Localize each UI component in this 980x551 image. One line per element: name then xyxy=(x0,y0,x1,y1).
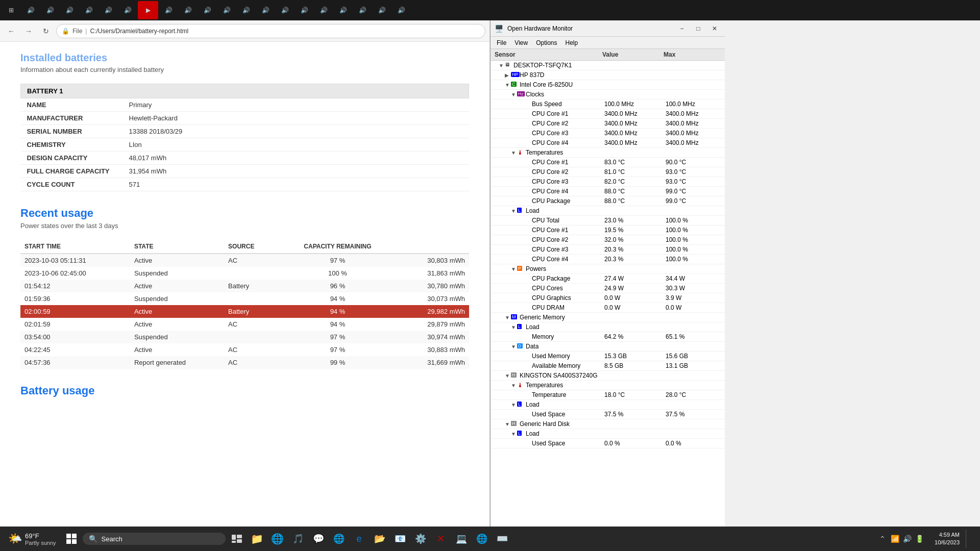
tree-expand-0[interactable]: ▼ xyxy=(499,63,505,68)
top-tb-icon15[interactable]: 🔊 xyxy=(295,1,313,19)
back-button[interactable]: ← xyxy=(4,24,18,38)
show-desktop-button[interactable] xyxy=(966,530,976,548)
ohm-tree-row[interactable]: CPU Core #2 81.0 °C 93.0 °C xyxy=(491,167,725,177)
file-explorer-button[interactable]: 📁 xyxy=(248,530,266,548)
tree-expand-33[interactable]: ▼ xyxy=(511,383,517,388)
ohm-tree-row[interactable]: CPU Core #1 19.5 % 100.0 % xyxy=(491,226,725,235)
browser-content[interactable]: Installed batteries Information about ea… xyxy=(0,42,489,527)
ohm-tree-row[interactable]: ▼ D Data xyxy=(491,342,725,352)
ohm-tree-row[interactable]: ▼ H Generic Hard Disk xyxy=(491,419,725,429)
ohm-tree-row[interactable]: Available Memory 8.5 GB 13.1 GB xyxy=(491,361,725,371)
tree-expand-2[interactable]: ▼ xyxy=(505,82,511,88)
ohm-minimize-button[interactable]: − xyxy=(676,22,688,35)
reload-button[interactable]: ↻ xyxy=(39,24,53,38)
top-tb-icon16[interactable]: 🔊 xyxy=(314,1,333,19)
tray-battery[interactable]: 🔋 xyxy=(914,534,924,544)
tray-volume[interactable]: 🔊 xyxy=(902,534,912,544)
ohm-tree-row[interactable]: CPU Cores 24.9 W 30.3 W xyxy=(491,284,725,293)
top-tb-vol2[interactable]: 🔊 xyxy=(41,1,59,19)
ohm-tree[interactable]: ▼ 🖥 DESKTOP-TSFQ7K1 ▶ HP HP 837D ▼ C Int… xyxy=(491,61,725,527)
taskbar-icon-7[interactable]: 📂 xyxy=(371,530,389,548)
search-bar[interactable]: 🔍 Search xyxy=(83,533,226,545)
ohm-tree-row[interactable]: ▼ 🌡 Temperatures xyxy=(491,148,725,158)
tree-expand-9[interactable]: ▼ xyxy=(511,150,517,156)
top-tb-youtube[interactable]: ▶ xyxy=(138,1,158,19)
taskbar-icon-4[interactable]: 💬 xyxy=(309,530,328,548)
taskbar-icon-3[interactable]: 🎵 xyxy=(289,530,307,548)
ohm-tree-row[interactable]: CPU Core #4 20.3 % 100.0 % xyxy=(491,255,725,264)
ohm-tree-row[interactable]: ▼ L Load xyxy=(491,400,725,410)
top-tb-vol6[interactable]: 🔊 xyxy=(118,1,137,19)
ohm-tree-row[interactable]: Used Space 37.5 % 37.5 % xyxy=(491,410,725,419)
ohm-close-button[interactable]: ✕ xyxy=(708,22,721,35)
ohm-menu-help[interactable]: Help xyxy=(561,38,582,47)
ohm-tree-row[interactable]: Used Space 0.0 % 0.0 % xyxy=(491,439,725,448)
top-tb-icon19[interactable]: 🔊 xyxy=(373,1,391,19)
ohm-tree-row[interactable]: CPU Core #3 82.0 °C 93.0 °C xyxy=(491,177,725,187)
ohm-tree-row[interactable]: CPU Core #2 32.0 % 100.0 % xyxy=(491,235,725,245)
top-tb-vol4[interactable]: 🔊 xyxy=(80,1,98,19)
tree-expand-35[interactable]: ▼ xyxy=(511,402,517,408)
tree-expand-26[interactable]: ▼ xyxy=(505,315,511,320)
ohm-maximize-button[interactable]: □ xyxy=(692,22,704,35)
ohm-tree-row[interactable]: ▼ Hz Clocks xyxy=(491,90,725,99)
tree-expand-3[interactable]: ▼ xyxy=(511,92,517,97)
tray-network[interactable]: 📶 xyxy=(890,534,900,544)
ohm-tree-row[interactable]: CPU Core #1 3400.0 MHz 3400.0 MHz xyxy=(491,109,725,119)
top-tb-icon8[interactable]: 🔊 xyxy=(159,1,178,19)
ohm-tree-row[interactable]: Used Memory 15.3 GB 15.6 GB xyxy=(491,352,725,361)
top-tb-vol1[interactable]: 🔊 xyxy=(21,1,40,19)
ohm-tree-row[interactable]: ▼ L Load xyxy=(491,206,725,216)
top-tb-icon13[interactable]: 🔊 xyxy=(256,1,275,19)
ohm-tree-row[interactable]: CPU Core #4 88.0 °C 99.0 °C xyxy=(491,187,725,196)
ohm-tree-row[interactable]: CPU Core #3 3400.0 MHz 3400.0 MHz xyxy=(491,129,725,138)
address-bar[interactable]: 🔒 File | C:/Users/Dramiel/battery-report… xyxy=(56,24,485,38)
weather-widget[interactable]: 🌤️ 69°F Partly sunny xyxy=(4,532,60,546)
ohm-tree-row[interactable]: ▼ 🖥 DESKTOP-TSFQ7K1 xyxy=(491,61,725,70)
top-tb-icon10[interactable]: 🔊 xyxy=(198,1,216,19)
ohm-tree-row[interactable]: CPU DRAM 0.0 W 0.0 W xyxy=(491,303,725,313)
ohm-tree-row[interactable]: CPU Core #4 3400.0 MHz 3400.0 MHz xyxy=(491,138,725,148)
tree-expand-38[interactable]: ▼ xyxy=(511,431,517,437)
ohm-tree-row[interactable]: CPU Package 27.4 W 34.4 W xyxy=(491,274,725,284)
taskbar-icon-10[interactable]: ✕ xyxy=(432,530,450,548)
ohm-tree-row[interactable]: ▼ L Load xyxy=(491,322,725,332)
taskbar-icon-6[interactable]: e xyxy=(350,530,369,548)
taskbar-icon-9[interactable]: ⚙️ xyxy=(411,530,430,548)
top-tb-icon9[interactable]: 🔊 xyxy=(179,1,197,19)
taskbar-icon-11[interactable]: 💻 xyxy=(452,530,471,548)
ohm-tree-row[interactable]: ▼ M Generic Memory xyxy=(491,313,725,322)
taskbar-icon-12[interactable]: 🌐 xyxy=(473,530,491,548)
ohm-tree-row[interactable]: Memory 64.2 % 65.1 % xyxy=(491,332,725,342)
ohm-menu-file[interactable]: File xyxy=(493,38,510,47)
ohm-tree-row[interactable]: ▼ H KINGSTON SA400S37240G xyxy=(491,371,725,381)
ohm-tree-row[interactable]: CPU Total 23.0 % 100.0 % xyxy=(491,216,725,226)
tree-expand-32[interactable]: ▼ xyxy=(505,373,511,379)
top-tb-file-icon[interactable]: ⊞ xyxy=(2,1,20,19)
clock[interactable]: 4:59 AM 10/6/2023 xyxy=(930,531,964,547)
top-tb-vol3[interactable]: 🔊 xyxy=(60,1,79,19)
ohm-menu-view[interactable]: View xyxy=(510,38,532,47)
ohm-menu-options[interactable]: Options xyxy=(532,38,561,47)
ohm-tree-row[interactable]: CPU Core #2 3400.0 MHz 3400.0 MHz xyxy=(491,119,725,129)
taskbar-icon-8[interactable]: 📧 xyxy=(391,530,409,548)
taskbar-icon-5[interactable]: 🌐 xyxy=(330,530,348,548)
top-tb-icon17[interactable]: 🔊 xyxy=(334,1,352,19)
ohm-tree-row[interactable]: CPU Package 88.0 °C 99.0 °C xyxy=(491,196,725,206)
taskview-button[interactable] xyxy=(228,530,246,548)
top-tb-vol5[interactable]: 🔊 xyxy=(99,1,117,19)
top-tb-icon18[interactable]: 🔊 xyxy=(353,1,372,19)
ohm-tree-row[interactable]: CPU Core #3 20.3 % 100.0 % xyxy=(491,245,725,255)
ohm-tree-row[interactable]: Temperature 18.0 °C 28.0 °C xyxy=(491,390,725,400)
tree-expand-21[interactable]: ▼ xyxy=(511,266,517,272)
forward-button[interactable]: → xyxy=(21,24,36,38)
top-tb-icon11[interactable]: 🔊 xyxy=(217,1,236,19)
tree-expand-27[interactable]: ▼ xyxy=(511,324,517,330)
ohm-tree-row[interactable]: ▼ C Intel Core i5-8250U xyxy=(491,80,725,90)
tree-expand-1[interactable]: ▶ xyxy=(505,72,511,78)
ohm-tree-row[interactable]: ▼ P Powers xyxy=(491,264,725,274)
ohm-tree-row[interactable]: CPU Graphics 0.0 W 3.9 W xyxy=(491,293,725,303)
top-tb-icon14[interactable]: 🔊 xyxy=(276,1,294,19)
taskbar-icon-13[interactable]: ⌨️ xyxy=(493,530,511,548)
start-button[interactable] xyxy=(62,530,81,548)
